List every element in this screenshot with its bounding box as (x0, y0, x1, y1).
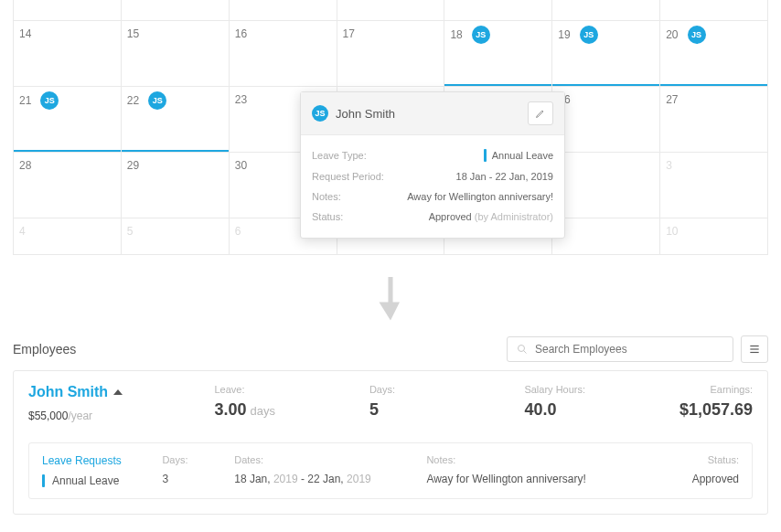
hours-value: 40.0 (524, 400, 679, 420)
earnings-label: Earnings: (679, 384, 753, 395)
days-label: Days: (369, 384, 525, 395)
leave-value: 3.00days (214, 400, 369, 420)
calendar-cell[interactable]: 9 (551, 218, 659, 254)
calendar-cell[interactable]: 20JS (659, 20, 767, 86)
status-value: Approved (by Administrator) (429, 211, 553, 222)
search-input[interactable] (535, 343, 723, 356)
calendar-cell[interactable]: 22JS (121, 86, 229, 152)
employee-name-text: John Smith (28, 384, 108, 400)
calendar-cell[interactable] (229, 0, 337, 20)
calendar-cell[interactable] (13, 0, 121, 20)
calendar-cell[interactable]: 26 (551, 86, 659, 152)
calendar-date: 16 (235, 27, 247, 40)
calendar-cell[interactable]: 5 (121, 218, 229, 254)
avatar-badge[interactable]: JS (40, 91, 59, 110)
edit-button[interactable] (528, 101, 553, 125)
calendar-date: 17 (343, 27, 355, 40)
search-icon (517, 344, 528, 355)
calendar-cell[interactable]: 19JS (551, 20, 659, 86)
calendar-cell[interactable]: 3 (659, 152, 767, 218)
leave-type-label: Leave Type: (312, 150, 367, 161)
calendar-date: 18 (450, 28, 462, 41)
employee-salary: $55,000/year (28, 410, 214, 422)
calendar-cell[interactable]: 18JS (444, 20, 551, 86)
leave-type-value: Annual Leave (484, 149, 553, 162)
leave-bar-icon (42, 474, 45, 487)
detail-dates-label: Dates: (234, 454, 426, 465)
calendar-date: 20 (666, 28, 678, 41)
calendar-date: 3 (666, 159, 672, 172)
detail-days-value: 3 (162, 473, 234, 485)
annual-leave-item: Annual Leave (42, 474, 162, 487)
calendar-cell[interactable] (444, 0, 551, 20)
hours-label: Salary Hours: (524, 384, 679, 395)
arrow-down-icon (0, 255, 781, 335)
calendar-cell[interactable]: 4 (13, 218, 121, 254)
popover-name: John Smith (336, 107, 395, 121)
avatar-badge[interactable]: JS (580, 26, 598, 44)
detail-dates-value: 18 Jan, 2019 - 22 Jan, 2019 (234, 473, 426, 485)
calendar-cell[interactable] (337, 0, 444, 20)
calendar-date: 30 (235, 159, 247, 172)
leave-bar-icon (484, 149, 487, 162)
detail-status-value: Approved (667, 473, 739, 485)
employee-card: John Smith $55,000/year Leave: 3.00days … (13, 370, 768, 515)
calendar-date: 23 (235, 93, 247, 106)
page-title: Employees (13, 342, 76, 356)
avatar-badge[interactable]: JS (688, 26, 706, 44)
avatar-badge[interactable]: JS (148, 91, 166, 110)
calendar-cell[interactable]: 16 (229, 20, 337, 86)
calendar-cell[interactable]: 27 (659, 86, 767, 152)
avatar: JS (312, 105, 328, 122)
calendar-date: 29 (127, 159, 139, 172)
svg-point-0 (519, 346, 525, 352)
calendar-date: 6 (235, 225, 241, 238)
detail-days-label: Days: (162, 454, 234, 465)
request-period-label: Request Period: (312, 171, 384, 182)
calendar: 1415161718JS19JS20JS21JS22JS232425262728… (13, 0, 768, 255)
detail-status-label: Status: (667, 454, 739, 465)
pencil-icon (535, 108, 546, 119)
notes-value: Away for Wellington anniversary! (407, 191, 553, 202)
request-period-value: 18 Jan - 22 Jan, 2019 (456, 171, 553, 182)
menu-icon (748, 343, 761, 356)
avatar-badge[interactable]: JS (472, 26, 490, 44)
calendar-date: 22 (127, 94, 139, 107)
calendar-cell[interactable] (551, 0, 659, 20)
employee-detail: Leave Requests Annual Leave Days: 3 Date… (28, 442, 753, 499)
calendar-date: 10 (666, 225, 678, 238)
days-value: 5 (369, 400, 525, 420)
calendar-date: 28 (19, 159, 31, 172)
employee-name[interactable]: John Smith (28, 384, 214, 400)
leave-requests-link[interactable]: Leave Requests (42, 454, 162, 467)
detail-notes-value: Away for Wellington anniversary! (426, 473, 667, 485)
search-box[interactable] (507, 336, 733, 362)
calendar-date: 19 (558, 28, 570, 41)
calendar-cell[interactable] (659, 0, 767, 20)
svg-line-1 (524, 351, 527, 354)
caret-up-icon (113, 389, 123, 395)
leave-label: Leave: (214, 384, 369, 395)
calendar-date: 21 (19, 94, 31, 107)
calendar-date: 14 (19, 27, 31, 40)
calendar-date: 27 (666, 93, 678, 106)
calendar-cell[interactable]: 28 (13, 152, 121, 218)
status-label: Status: (312, 211, 343, 222)
calendar-cell[interactable] (121, 0, 229, 20)
detail-notes-label: Notes: (426, 454, 667, 465)
calendar-date: 15 (127, 27, 139, 40)
calendar-date: 4 (19, 225, 26, 238)
calendar-cell[interactable]: 15 (121, 20, 229, 86)
calendar-cell[interactable]: 17 (337, 20, 444, 86)
calendar-cell[interactable]: 14 (13, 20, 121, 86)
list-menu-button[interactable] (741, 335, 768, 363)
calendar-cell[interactable]: 21JS (13, 86, 121, 152)
earnings-value: $1,057.69 (679, 400, 753, 420)
calendar-cell[interactable]: 29 (121, 152, 229, 218)
calendar-cell[interactable]: 2 (551, 152, 659, 218)
calendar-cell[interactable]: 10 (659, 218, 767, 254)
calendar-date: 5 (127, 225, 134, 238)
leave-popover: JSJohn SmithLeave Type:Annual LeaveReque… (300, 91, 565, 239)
notes-label: Notes: (312, 191, 341, 202)
